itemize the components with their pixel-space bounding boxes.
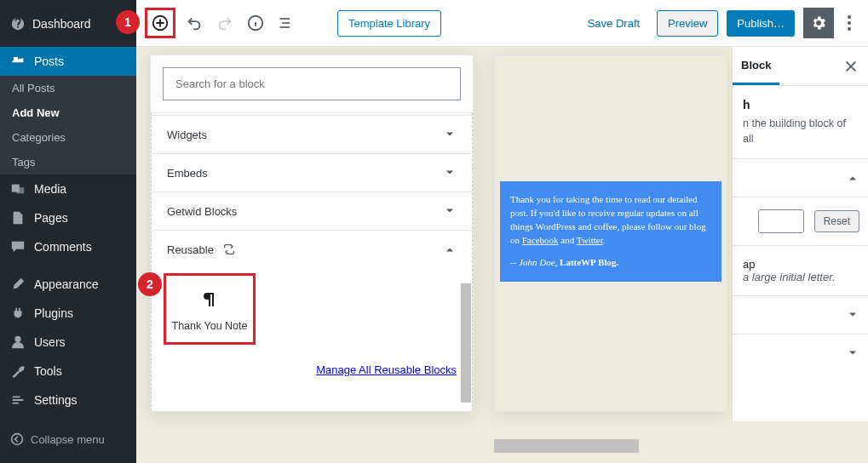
add-block-button[interactable] xyxy=(145,8,175,38)
undo-button[interactable] xyxy=(179,8,210,38)
block-inserter-panel: Widgets Embeds Getwid Blocks Reusable Th… xyxy=(150,54,474,412)
block-type-heading: h xyxy=(743,98,858,111)
media-icon xyxy=(10,181,27,197)
sidebar-item-settings[interactable]: Settings xyxy=(0,386,136,414)
sidebar-item-users[interactable]: Users xyxy=(0,328,136,357)
svg-point-9 xyxy=(848,15,851,19)
chevron-down-icon xyxy=(443,166,457,180)
info-button[interactable] xyxy=(240,8,271,38)
chevron-up-icon xyxy=(443,243,457,256)
submenu-all-posts[interactable]: All Posts xyxy=(0,76,136,100)
svg-rect-6 xyxy=(280,18,290,20)
block-search-input[interactable] xyxy=(163,67,461,100)
pin-icon xyxy=(10,54,27,69)
svg-rect-8 xyxy=(280,26,290,28)
facebook-link[interactable]: Facebook xyxy=(522,235,559,245)
block-type-desc: n the building block of all xyxy=(743,117,858,146)
horizontal-scrollbar[interactable] xyxy=(494,439,639,453)
svg-rect-1 xyxy=(16,187,24,193)
color-settings-section[interactable] xyxy=(733,295,868,334)
inserter-category-reusable[interactable]: Reusable xyxy=(152,231,472,268)
drop-cap-label: ap xyxy=(743,258,858,271)
submenu-categories[interactable]: Categories xyxy=(0,125,136,150)
close-settings-button[interactable] xyxy=(834,47,868,85)
block-settings-panel: Block h n the building block of all Rese… xyxy=(732,47,868,421)
chevron-down-icon xyxy=(846,346,859,360)
posts-submenu: All Posts Add New Categories Tags xyxy=(0,76,136,174)
svg-point-10 xyxy=(848,21,851,25)
reset-button[interactable]: Reset xyxy=(814,210,859,232)
callout-badge-2: 2 xyxy=(138,272,162,296)
svg-point-3 xyxy=(12,434,23,445)
sidebar-item-appearance[interactable]: Appearance xyxy=(0,270,136,299)
submenu-tags[interactable]: Tags xyxy=(0,150,136,174)
chevron-down-icon xyxy=(443,204,457,218)
inserter-category-widgets[interactable]: Widgets xyxy=(152,115,472,154)
sidebar-item-comments[interactable]: Comments xyxy=(0,232,136,261)
inserter-category-embeds[interactable]: Embeds xyxy=(152,154,472,192)
brush-icon xyxy=(10,277,27,292)
scrollbar-thumb[interactable] xyxy=(461,283,471,403)
admin-sidebar: Dashboard Posts All Posts Add New Catego… xyxy=(0,0,136,463)
sidebar-item-pages[interactable]: Pages xyxy=(0,203,136,232)
publish-button[interactable]: Publish… xyxy=(727,10,795,37)
chevron-down-icon xyxy=(443,128,457,141)
font-size-input[interactable] xyxy=(758,209,804,233)
plug-icon xyxy=(10,306,27,321)
paragraph-icon xyxy=(199,289,220,310)
manage-reusable-link[interactable]: Manage All Reusable Blocks xyxy=(316,363,457,376)
collapse-menu[interactable]: Collapse menu xyxy=(0,426,115,453)
user-icon xyxy=(10,334,27,350)
comments-icon xyxy=(10,239,27,254)
outline-button[interactable] xyxy=(271,8,302,38)
drop-cap-desc: a large initial letter. xyxy=(743,271,858,283)
preview-button[interactable]: Preview xyxy=(657,10,718,37)
pages-icon xyxy=(10,210,27,226)
callout-badge-1: 1 xyxy=(116,10,140,34)
more-options-button[interactable] xyxy=(839,15,859,31)
svg-point-2 xyxy=(14,336,20,342)
sidebar-item-posts[interactable]: Posts xyxy=(0,47,136,76)
collapse-icon xyxy=(10,432,24,446)
inserter-category-getwid[interactable]: Getwid Blocks xyxy=(152,192,472,231)
wrench-icon xyxy=(10,363,27,379)
reusable-block-thank-you-note[interactable]: Thank You Note xyxy=(164,273,256,345)
save-draft-link[interactable]: Save Draft xyxy=(579,12,648,35)
twitter-link[interactable]: Twitter xyxy=(577,235,603,245)
svg-rect-7 xyxy=(282,22,290,24)
chevron-up-icon xyxy=(846,171,859,185)
advanced-section[interactable] xyxy=(733,334,868,372)
dashboard-icon xyxy=(10,16,26,31)
redo-button[interactable] xyxy=(210,8,240,38)
tab-block[interactable]: Block xyxy=(733,47,779,85)
template-library-button[interactable]: Template Library xyxy=(337,10,441,37)
svg-point-11 xyxy=(848,27,851,31)
sidebar-item-media[interactable]: Media xyxy=(0,174,136,203)
sidebar-item-tools[interactable]: Tools xyxy=(0,357,136,386)
submenu-add-new[interactable]: Add New xyxy=(0,100,136,125)
editor-content-column: Thank you for taking the time to read ou… xyxy=(494,54,727,412)
reusable-icon xyxy=(222,243,236,256)
chevron-down-icon xyxy=(846,308,859,322)
sidebar-item-plugins[interactable]: Plugins xyxy=(0,299,136,328)
editor-topbar: Template Library Save Draft Preview Publ… xyxy=(136,0,868,47)
text-settings-section[interactable] xyxy=(733,158,868,197)
sliders-icon xyxy=(10,392,27,408)
thank-you-note-block[interactable]: Thank you for taking the time to read ou… xyxy=(500,181,721,282)
settings-gear-button[interactable] xyxy=(803,8,834,38)
